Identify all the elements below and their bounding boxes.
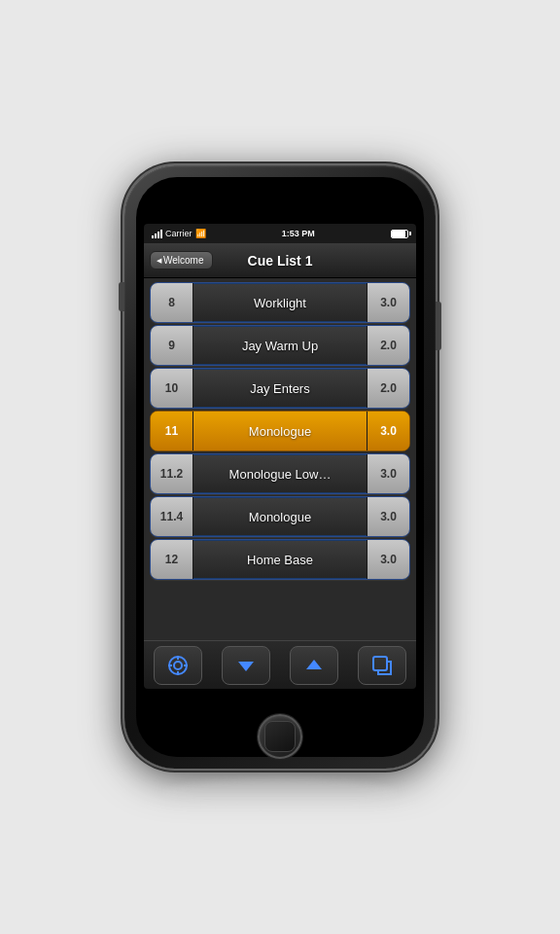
cue-time: 3.0 [367,540,409,579]
arrow-up-icon [302,654,326,677]
back-button[interactable]: Welcome [150,251,213,269]
cue-row[interactable]: 8Worklight3.0 [150,282,410,323]
cue-number: 11.4 [151,497,193,536]
battery-icon [391,230,408,238]
cue-name: Monologue [193,424,367,439]
phone-frame: Carrier 📶 1:53 PM Welcome Cue List 1 8Wo… [124,165,436,769]
arrow-up-button[interactable] [290,646,338,685]
battery-fill [392,231,405,237]
status-bar: Carrier 📶 1:53 PM [144,224,416,243]
cue-number: 8 [151,283,193,322]
home-button[interactable] [258,714,302,759]
phone-screen: Carrier 📶 1:53 PM Welcome Cue List 1 8Wo… [136,177,424,757]
cue-time: 3.0 [367,454,409,493]
cue-number: 11 [151,412,193,450]
cue-name: Worklight [193,296,367,310]
svg-marker-6 [238,662,254,671]
cue-row[interactable]: 11.4Monologue3.0 [150,496,410,537]
cue-row[interactable]: 11Monologue3.0 [150,411,410,451]
status-right [391,230,408,238]
wifi-icon: 📶 [195,229,206,238]
cue-name: Monologue [193,510,367,524]
svg-rect-8 [373,657,387,670]
cue-number: 12 [151,540,193,579]
cue-time: 2.0 [367,369,409,408]
cue-row[interactable]: 9Jay Warm Up2.0 [150,325,410,366]
arrow-down-icon [234,654,258,677]
carrier-label: Carrier [165,229,192,238]
reflection [163,778,397,808]
home-button-inner [264,721,296,752]
cue-time: 3.0 [367,497,409,536]
cue-time: 3.0 [367,283,409,322]
status-time: 1:53 PM [282,229,315,238]
nav-title: Cue List 1 [248,253,313,269]
svg-marker-7 [306,660,322,669]
cue-row[interactable]: 10Jay Enters2.0 [150,368,410,409]
cue-time: 3.0 [367,412,409,450]
cue-name: Jay Enters [193,381,367,396]
export-icon [370,654,394,677]
arrow-down-button[interactable] [222,646,270,685]
app-screen: Carrier 📶 1:53 PM Welcome Cue List 1 8Wo… [144,224,416,689]
cue-time: 2.0 [367,326,409,365]
nav-bar: Welcome Cue List 1 [144,243,416,278]
cue-row[interactable]: 11.2Monologue Low…3.0 [150,453,410,494]
cue-number: 10 [151,369,193,408]
cue-name: Home Base [193,553,367,567]
target-icon [166,654,190,677]
cue-name: Jay Warm Up [193,339,367,353]
svg-point-1 [174,662,182,669]
cue-number: 9 [151,326,193,365]
cue-row[interactable]: 12Home Base3.0 [150,539,410,580]
signal-bars [152,229,162,238]
export-button[interactable] [358,646,406,685]
cue-number: 11.2 [151,454,193,493]
carrier-info: Carrier 📶 [152,229,206,238]
toolbar [144,640,416,689]
cue-name: Monologue Low… [193,467,367,482]
cue-list: 8Worklight3.09Jay Warm Up2.010Jay Enters… [144,278,416,640]
target-button[interactable] [154,646,202,685]
